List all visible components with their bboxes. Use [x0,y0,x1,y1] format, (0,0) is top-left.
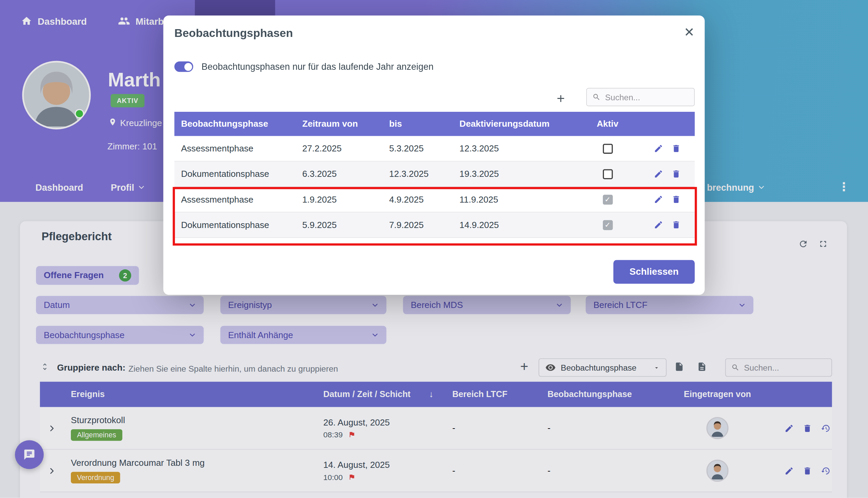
edit-icon[interactable] [653,195,663,204]
phase-deactivation: 14.9.2025 [450,220,576,230]
column-header-aktiv: Aktiv [576,119,639,129]
schliessen-button[interactable]: Schliessen [613,260,695,284]
beobachtungsphasen-dialog: Beobachtungsphasen ✕ Beobachtungsphasen … [163,16,705,295]
phases-table-header: Beobachtungsphase Zeitraum von bis Deakt… [174,112,695,136]
active-checkbox[interactable] [602,144,612,154]
app-screen: Dashboard Mitarbe Marth AKTIV Kreuzlinge… [0,0,868,498]
phase-name: Dokumentationsphase [174,169,294,179]
phase-name: Dokumentationsphase [174,220,294,230]
column-header-bis: bis [381,119,450,129]
dialog-title: Beobachtungsphasen [174,26,293,40]
phase-from: 27.2.2025 [295,144,381,154]
active-checkbox[interactable]: ✓ [602,220,612,230]
phase-from: 5.9.2025 [295,220,381,230]
current-year-toggle[interactable] [174,61,193,72]
phases-table: Beobachtungsphase Zeitraum von bis Deakt… [174,112,695,238]
phase-to: 4.9.2025 [381,195,450,204]
column-header-beobachtungsphase: Beobachtungsphase [174,119,294,129]
column-header-zeitraum-von: Zeitraum von [295,119,381,129]
edit-icon[interactable] [653,144,663,153]
close-icon[interactable]: ✕ [681,24,697,40]
search-icon [592,93,600,101]
phase-row: Assessmentphase 27.2.2025 5.3.2025 12.3.… [174,136,695,161]
current-year-toggle-row: Beobachtungsphasen nur für das laufende … [174,61,433,72]
delete-icon[interactable] [671,195,681,204]
phase-to: 12.3.2025 [381,169,450,179]
phase-row: Assessmentphase 1.9.2025 4.9.2025 11.9.2… [174,187,695,212]
add-phase-button[interactable]: + [554,91,567,107]
phase-to: 5.3.2025 [381,144,450,154]
phase-deactivation: 11.9.2025 [450,195,576,204]
delete-icon[interactable] [671,144,681,153]
phase-from: 6.3.2025 [295,169,381,179]
phase-name: Assessmentphase [174,144,294,154]
toggle-knob [184,63,192,70]
active-checkbox[interactable] [602,169,612,179]
column-header-deaktivierungsdatum: Deaktivierungsdatum [450,119,576,129]
edit-icon[interactable] [653,169,663,179]
delete-icon[interactable] [671,169,681,179]
edit-icon[interactable] [653,220,663,230]
phase-to: 7.9.2025 [381,220,450,230]
phase-row: Dokumentationsphase 5.9.2025 7.9.2025 14… [174,212,695,238]
phase-deactivation: 12.3.2025 [450,144,576,154]
search-input[interactable] [605,92,689,102]
delete-icon[interactable] [671,220,681,230]
phase-deactivation: 19.3.2025 [450,169,576,179]
active-checkbox[interactable]: ✓ [602,195,612,204]
toggle-label: Beobachtungsphasen nur für das laufende … [201,61,433,72]
phase-from: 1.9.2025 [295,195,381,204]
phase-row: Dokumentationsphase 6.3.2025 12.3.2025 1… [174,161,695,187]
phase-name: Assessmentphase [174,195,294,204]
phase-search[interactable] [586,88,695,106]
